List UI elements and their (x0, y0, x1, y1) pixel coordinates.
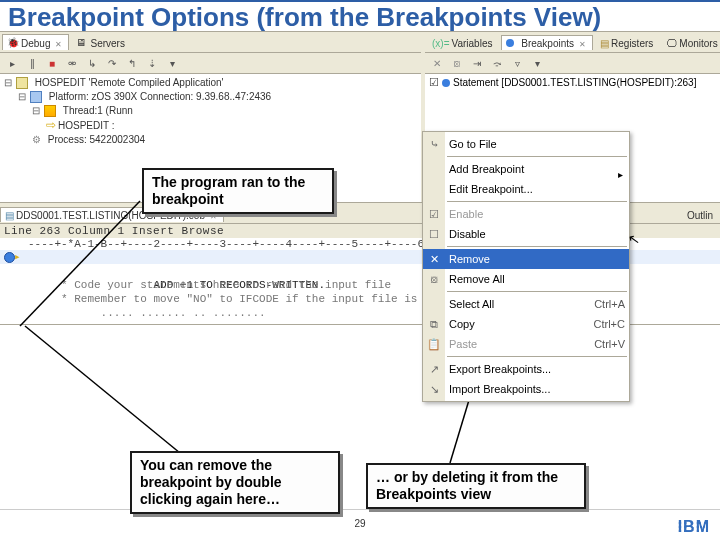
tab-monitors[interactable]: 🖵Monitors (662, 35, 720, 50)
step-into-icon[interactable]: ↳ (84, 55, 100, 71)
remove-icon[interactable]: ✕ (429, 55, 445, 71)
slide-title: Breakpoint Options (from the Breakpoints… (0, 0, 720, 31)
callout-remove-view: … or by deleting it from the Breakpoints… (366, 463, 586, 509)
copy-icon: ⧉ (427, 318, 441, 331)
import-icon: ↘ (427, 383, 441, 396)
goto-icon: ⤷ (427, 138, 441, 151)
close-icon[interactable] (52, 38, 62, 49)
separator (447, 246, 627, 247)
step-return-icon[interactable]: ↰ (124, 55, 140, 71)
remove-icon: ✕ (427, 253, 441, 266)
disconnect-icon[interactable]: ⚮ (64, 55, 80, 71)
page-number: 29 (354, 518, 365, 529)
monitors-icon: 🖵 (667, 38, 677, 49)
tab-label: Debug (21, 38, 50, 49)
menu-item-paste: 📋PasteCtrl+V (423, 334, 629, 354)
breakpoint-icon (506, 39, 514, 47)
tree-process: Process: 5422002304 (48, 133, 145, 147)
shortcut-hint: Ctrl+A (594, 298, 625, 310)
resume-icon[interactable]: ▸ (4, 55, 20, 71)
menu-item-import-breakpoints[interactable]: ↘Import Breakpoints... (423, 379, 629, 399)
ibm-logo: IBM (678, 518, 710, 536)
tree-frame: HOSPEDIT : (58, 119, 115, 133)
menu-item-remove[interactable]: ✕Remove (423, 249, 629, 269)
uncheck-icon: ☐ (427, 228, 441, 241)
tab-breakpoints[interactable]: Breakpoints (501, 35, 593, 50)
bp-toolbar: ✕ ⦻ ⇥ ⤼ ▿ ▾ (425, 53, 720, 74)
step-over-icon[interactable]: ↷ (104, 55, 120, 71)
bp-tabstrip: (x)=Variables Breakpoints ▤Registers 🖵Mo… (425, 32, 720, 53)
menu-label: Enable (449, 208, 483, 220)
svg-line-1 (25, 326, 180, 453)
separator (447, 356, 627, 357)
menu-label: Disable (449, 228, 486, 240)
check-icon: ☑ (427, 208, 441, 221)
menu-item-remove-all[interactable]: ⦻Remove All (423, 269, 629, 289)
variables-icon: (x)= (432, 38, 450, 49)
server-icon: 🖥 (76, 37, 88, 49)
checkbox-icon[interactable] (429, 76, 439, 89)
menu-label: Paste (449, 338, 477, 350)
expand-icon[interactable]: ▿ (509, 55, 525, 71)
menu-label: Copy (449, 318, 475, 330)
tree-thread: Thread:1 (Runn (63, 104, 133, 118)
callout-remove-dblclick: You can remove the breakpoint by double … (130, 451, 340, 513)
tab-registers[interactable]: ▤Registers (595, 35, 660, 50)
menu-icon[interactable]: ▾ (529, 55, 545, 71)
breakpoint-icon (442, 79, 450, 87)
menu-item-select-all[interactable]: Select AllCtrl+A (423, 294, 629, 314)
close-icon[interactable] (576, 38, 586, 49)
cursor-icon: ↖ (627, 230, 642, 248)
tab-servers[interactable]: 🖥 Servers (71, 34, 131, 50)
bp-item[interactable]: Statement [DDS0001.TEST.LISTING(HOSPEDIT… (429, 76, 716, 89)
separator (447, 201, 627, 202)
process-icon (32, 133, 41, 147)
menu-label: Import Breakpoints... (449, 383, 551, 395)
separator (447, 291, 627, 292)
platform-icon (30, 91, 42, 103)
suspend-icon[interactable]: ‖ (24, 55, 40, 71)
debug-toolbar: ▸ ‖ ■ ⚮ ↳ ↷ ↰ ⇣ ▾ (0, 53, 421, 74)
footer: 29 (0, 509, 720, 536)
breakpoint-gutter-icon[interactable] (4, 252, 15, 263)
tree-platform: Platform: zOS 390X Connection: 9.39.68..… (49, 90, 271, 104)
separator (447, 156, 627, 157)
drop-icon[interactable]: ⇣ (144, 55, 160, 71)
menu-item-add-breakpoint[interactable]: Add Breakpoint (423, 159, 629, 179)
shortcut-hint: Ctrl+V (594, 338, 625, 350)
goto-icon[interactable]: ⇥ (469, 55, 485, 71)
menu-item-export-breakpoints[interactable]: ↗Export Breakpoints... (423, 359, 629, 379)
menu-label: Remove (449, 253, 490, 265)
callout-ran-to-bp: The program ran to the breakpoint (142, 168, 334, 214)
menu-item-copy[interactable]: ⧉CopyCtrl+C (423, 314, 629, 334)
menu-item-go-to-file[interactable]: ⤷Go to File (423, 134, 629, 154)
skip-icon[interactable]: ⤼ (489, 55, 505, 71)
app-icon (16, 77, 28, 89)
tree-root: HOSPEDIT 'Remote Compiled Application' (35, 76, 224, 90)
stack-arrow-icon (46, 118, 56, 133)
thread-icon (44, 105, 56, 117)
tab-debug[interactable]: 🐞 Debug (2, 34, 69, 50)
context-menu: ⤷Go to FileAdd BreakpointEdit Breakpoint… (422, 131, 630, 402)
bug-icon: 🐞 (7, 37, 19, 49)
tab-variables[interactable]: (x)=Variables (427, 35, 499, 50)
menu-icon[interactable]: ▾ (164, 55, 180, 71)
menu-item-edit-breakpoint[interactable]: Edit Breakpoint... (423, 179, 629, 199)
outline-tab[interactable]: Outlin (682, 207, 720, 222)
paste-icon: 📋 (427, 338, 441, 351)
menu-label: Select All (449, 298, 494, 310)
removeall-icon: ⦻ (427, 273, 441, 285)
bp-label: Statement [DDS0001.TEST.LISTING(HOSPEDIT… (453, 77, 696, 88)
terminate-icon[interactable]: ■ (44, 55, 60, 71)
slide-title-bar: Breakpoint Options (from the Breakpoints… (0, 0, 720, 31)
menu-label: Export Breakpoints... (449, 363, 551, 375)
connector-line (20, 321, 220, 461)
remove-all-icon[interactable]: ⦻ (449, 55, 465, 71)
menu-item-disable[interactable]: ☐Disable (423, 224, 629, 244)
menu-label: Edit Breakpoint... (449, 183, 533, 195)
tab-label: Servers (90, 38, 124, 49)
ide-area: 🐞 Debug 🖥 Servers ▸ ‖ ■ ⚮ ↳ ↷ ↰ ⇣ ▾ (0, 31, 720, 325)
menu-label: Remove All (449, 273, 505, 285)
menu-item-enable: ☑Enable (423, 204, 629, 224)
file-icon: ▤ (5, 210, 14, 221)
